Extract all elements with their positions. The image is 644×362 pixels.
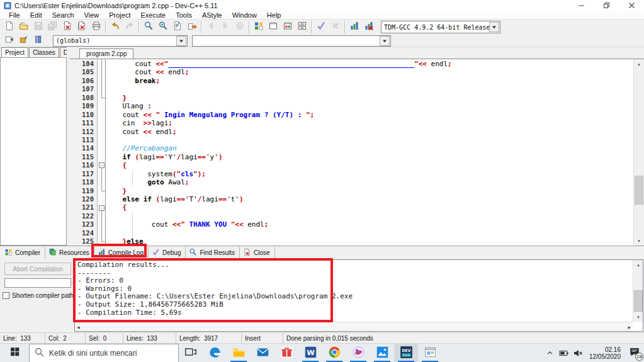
run-button[interactable]	[266, 20, 280, 34]
line-number: 105	[69, 68, 97, 76]
fold-collapse-box[interactable]: -	[99, 205, 105, 211]
code-line-122	[106, 212, 633, 220]
tab-close[interactable]: Close	[240, 247, 275, 259]
code-line-108: }	[106, 94, 633, 102]
editor-tab-program-2-cpp[interactable]: program 2.cpp	[79, 48, 133, 59]
fold-collapse-box[interactable]: -	[99, 162, 105, 168]
toolbar-separator	[105, 21, 106, 33]
close-button[interactable]	[619, 0, 644, 11]
scrollbar-thumb[interactable]	[634, 290, 643, 312]
panel-tab-classes[interactable]: Classes	[29, 47, 59, 57]
taskbar-gift-app-button[interactable]	[274, 344, 298, 362]
close-file-button[interactable]	[60, 20, 74, 34]
restore-button[interactable]	[594, 0, 619, 11]
find-button[interactable]	[141, 20, 155, 34]
taskbar-clock[interactable]: 02.16 12/05/2020	[589, 346, 621, 360]
resources-icon	[48, 248, 57, 257]
shorten-paths-checkbox[interactable]: Shorten compiler paths	[3, 292, 77, 299]
compiler-profile-select[interactable]: TDM-GCC 4.9.2 64-bit Release	[381, 21, 500, 33]
delete-profiling-button[interactable]	[361, 20, 376, 34]
abort-compilation-button[interactable]: Abort Compilation	[4, 263, 71, 275]
toolbar-separator	[201, 21, 201, 33]
compile-run-button[interactable]	[280, 20, 295, 34]
battery-icon[interactable]	[557, 344, 571, 362]
taskbar-task-view-button[interactable]	[179, 344, 203, 362]
scroll-down-icon[interactable]: ▼	[634, 236, 644, 246]
box-import-arrow-button[interactable]	[16, 35, 31, 47]
taskbar-photos-button[interactable]	[370, 344, 394, 362]
compile-button[interactable]	[251, 20, 266, 34]
taskbar-search-input[interactable]: Ketik di sini untuk mencari	[29, 344, 179, 362]
tab-compiler[interactable]: Compiler	[1, 247, 45, 259]
menu-file[interactable]: File	[4, 11, 25, 19]
line-number: 118	[69, 178, 97, 186]
tab-resources[interactable]: Resources	[45, 247, 94, 259]
profile-button[interactable]	[347, 20, 361, 34]
start-button[interactable]	[0, 344, 29, 362]
taskbar-snipping-tool-button[interactable]	[418, 344, 442, 362]
log-horizontal-scrollbar[interactable]: ◀ ▶	[75, 322, 633, 331]
tab-label: Find Results	[200, 249, 235, 256]
checkbox-box[interactable]	[3, 292, 9, 299]
taskbar-dev-cpp-button[interactable]: DEVC++	[394, 344, 418, 362]
tab-debug[interactable]: Debug	[149, 247, 186, 259]
abort-button	[328, 20, 342, 34]
tray-chevron-up-icon[interactable]	[543, 344, 557, 362]
open-file-button[interactable]	[16, 20, 31, 34]
menu-edit[interactable]: Edit	[25, 11, 47, 19]
menu-execute[interactable]: Execute	[135, 11, 171, 19]
swap-header-source-button[interactable]	[184, 20, 199, 34]
window-back-arrow-button[interactable]	[2, 35, 16, 47]
word-icon: W	[304, 346, 317, 361]
new-file-button[interactable]	[2, 20, 16, 34]
menu-astyle[interactable]: AStyle	[197, 11, 227, 19]
menu-window[interactable]: Window	[227, 11, 262, 19]
scroll-down-icon[interactable]: ▼	[633, 312, 643, 322]
search-icon	[35, 348, 44, 359]
menu-tools[interactable]: Tools	[171, 11, 197, 19]
close-all-button[interactable]	[74, 20, 89, 34]
find-results-icon	[189, 248, 197, 257]
print-button[interactable]	[89, 20, 103, 34]
taskbar-chrome-button[interactable]	[322, 344, 346, 362]
status-segment-0: Line: 133	[0, 333, 45, 343]
dropdown-arrow-icon[interactable]	[380, 36, 390, 46]
taskbar-file-explorer-button[interactable]	[227, 344, 251, 362]
rebuild-all-button[interactable]	[295, 20, 309, 34]
scroll-right-icon[interactable]: ▶	[628, 325, 631, 329]
goto-line-button[interactable]	[170, 20, 184, 34]
globals-select[interactable]: (globals)	[53, 35, 188, 47]
scrollbar-thumb[interactable]	[635, 176, 643, 205]
members-select[interactable]	[192, 35, 391, 47]
notebook-button[interactable]	[31, 35, 45, 47]
scroll-left-icon[interactable]: ◀	[77, 325, 80, 329]
line-number: 116	[69, 161, 97, 169]
windows-taskbar: Ketik di sini untuk mencari WDEVC++ 02.1…	[0, 343, 644, 362]
tab-find-results[interactable]: Find Results	[186, 247, 240, 259]
editor-vertical-scrollbar[interactable]: ▲ ▼	[633, 59, 644, 246]
menu-search[interactable]: Search	[47, 11, 79, 19]
replace-button[interactable]	[155, 20, 170, 34]
menu-project[interactable]: Project	[104, 11, 135, 19]
dropdown-arrow-icon[interactable]	[176, 36, 186, 46]
dropdown-arrow-icon[interactable]	[489, 22, 499, 32]
undo-button[interactable]	[108, 20, 122, 34]
scroll-up-icon[interactable]: ▲	[633, 260, 643, 269]
project-browser-body[interactable]	[0, 57, 67, 246]
dev-cpp-icon: DEVC++	[400, 346, 413, 361]
tab-compile-log[interactable]: Compile Log	[94, 247, 149, 259]
menu-help[interactable]: Help	[262, 11, 286, 19]
taskbar-mail-button[interactable]	[251, 344, 274, 362]
code-editor[interactable]: cout <<"________________________________…	[106, 59, 633, 246]
log-vertical-scrollbar[interactable]: ▲ ▼	[633, 260, 643, 322]
taskbar-word-button[interactable]: W	[298, 344, 322, 362]
minimize-button[interactable]	[568, 0, 594, 11]
debug-button[interactable]	[314, 20, 328, 34]
panel-tab-project[interactable]: Project	[1, 47, 28, 57]
taskbar-edge-button[interactable]	[203, 344, 227, 362]
scroll-up-icon[interactable]: ▲	[634, 59, 644, 69]
action-center-button[interactable]: 18	[625, 344, 644, 362]
taskbar-paint-3d-button[interactable]	[346, 344, 370, 362]
menu-view[interactable]: View	[79, 11, 105, 19]
volume-muted-icon[interactable]	[571, 344, 585, 362]
